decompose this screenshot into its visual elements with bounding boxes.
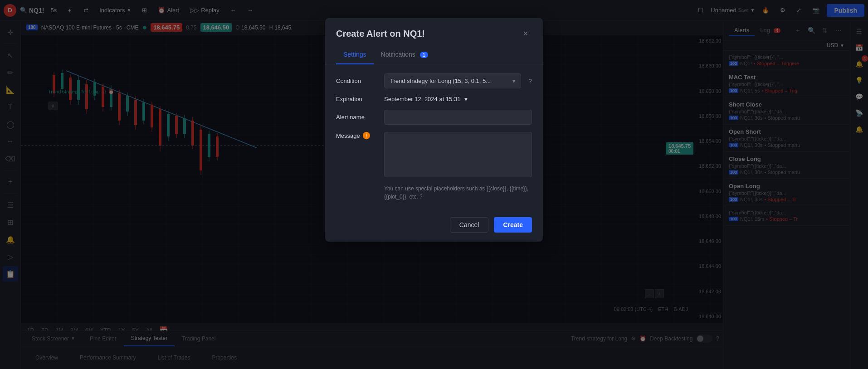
modal-body: Condition Trend strategy for Long (15, 3… <box>325 64 543 210</box>
message-label: Message <box>336 132 360 139</box>
cancel-button[interactable]: Cancel <box>450 217 489 233</box>
expiration-value: September 12, 2024 at 15:31 <box>384 96 460 102</box>
settings-tab[interactable]: Settings <box>336 47 374 64</box>
message-label-wrapper: Message ! <box>336 132 377 139</box>
modal-footer: Cancel Create <box>325 210 543 242</box>
notifications-badge: 1 <box>420 52 428 58</box>
create-button[interactable]: Create <box>494 217 532 233</box>
expiration-button[interactable]: September 12, 2024 at 15:31 ▼ <box>384 96 468 102</box>
condition-help-icon[interactable]: ? <box>528 78 532 85</box>
chevron-down-icon: ▼ <box>463 96 468 102</box>
placeholder-hint: You can use special placeholders such as… <box>336 184 532 201</box>
message-row: Message ! <box>336 132 532 177</box>
notifications-tab[interactable]: Notifications 1 <box>374 47 435 64</box>
modal-close-button[interactable]: × <box>519 27 532 40</box>
condition-select[interactable]: Trend strategy for Long (15, 3, 0.1, 5..… <box>384 73 521 88</box>
modal-header: Create Alert on NQ1! × <box>325 18 543 47</box>
create-alert-modal: Create Alert on NQ1! × Settings Notifica… <box>325 18 543 242</box>
condition-row: Condition Trend strategy for Long (15, 3… <box>336 73 532 88</box>
alert-name-row: Alert name <box>336 110 532 125</box>
condition-label: Condition <box>336 78 377 84</box>
condition-select-wrapper: Trend strategy for Long (15, 3, 0.1, 5..… <box>384 73 521 88</box>
alert-name-input[interactable] <box>384 110 532 125</box>
expiration-row: Expiration September 12, 2024 at 15:31 ▼ <box>336 96 532 102</box>
expiration-label: Expiration <box>336 96 377 102</box>
modal-title: Create Alert on NQ1! <box>336 29 425 39</box>
warning-icon: ! <box>363 132 370 139</box>
hint-help-icon[interactable]: ? <box>419 194 423 200</box>
modal-tabs: Settings Notifications 1 <box>325 47 543 64</box>
alert-name-label: Alert name <box>336 114 377 121</box>
message-textarea[interactable] <box>384 132 532 177</box>
modal-overlay: Create Alert on NQ1! × Settings Notifica… <box>0 0 868 369</box>
